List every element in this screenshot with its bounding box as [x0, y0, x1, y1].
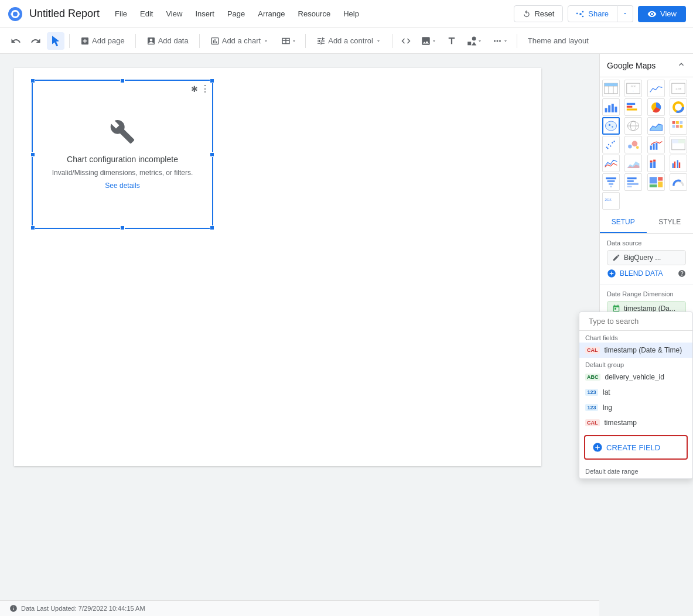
default-date-range-label: Default date range — [579, 464, 692, 478]
field-item-delivery[interactable]: ABC delivery_vehicle_id — [579, 369, 692, 385]
image-button[interactable] — [417, 32, 441, 50]
chart-thumb-grouped[interactable] — [670, 155, 687, 172]
chart-thumb-scatter[interactable] — [602, 136, 620, 153]
add-data-button[interactable]: Add data — [141, 33, 194, 49]
svg-rect-57 — [674, 162, 675, 168]
data-source-section: Data source BigQuery ... BLEND DATA — [600, 234, 693, 285]
chart-fields-label: Chart fields — [579, 331, 692, 343]
svg-point-39 — [610, 145, 611, 146]
help-icon[interactable] — [678, 269, 686, 278]
share-dropdown-button[interactable] — [617, 5, 633, 22]
shapes-button[interactable] — [463, 32, 486, 50]
chart-layout-button[interactable] — [277, 32, 301, 50]
add-control-button[interactable]: Add a control — [310, 33, 387, 49]
field-badge-num1: 123 — [585, 389, 598, 396]
chart-thumb-bubble[interactable] — [624, 136, 642, 153]
chart-thumb-geo[interactable] — [602, 117, 620, 135]
toolbar: Add page Add data Add a chart Add a cont… — [0, 28, 693, 54]
chart-thumb-area2[interactable] — [624, 155, 642, 172]
chart-thumb-table[interactable] — [602, 80, 620, 97]
share-button[interactable]: Share — [568, 5, 617, 22]
search-input[interactable] — [589, 317, 687, 326]
resize-handle-mr[interactable] — [210, 152, 214, 157]
chart-thumb-total[interactable]: 1,168 — [670, 80, 687, 97]
chart-thumb-scorecard[interactable]: 69.3K▲ — [624, 80, 642, 97]
field-item-timestamp-datetime[interactable]: CAL timestamp (Date & Time) — [579, 343, 692, 358]
chart-thumb-area[interactable] — [647, 117, 665, 135]
menu-edit[interactable]: Edit — [134, 7, 159, 20]
svg-rect-20 — [627, 106, 633, 108]
svg-rect-3 — [11, 13, 13, 15]
cursor-button[interactable] — [47, 32, 64, 50]
add-page-button[interactable]: Add page — [74, 33, 131, 49]
chart-thumb-treemap[interactable] — [647, 173, 665, 191]
add-chart-dropdown-icon — [263, 38, 269, 44]
chart-error-title: Chart configuration incomplete — [67, 155, 178, 164]
chart-thumb-funnel[interactable] — [602, 173, 620, 191]
resize-handle-bl[interactable] — [30, 225, 35, 230]
add-chart-button[interactable]: Add a chart — [204, 33, 275, 49]
view-button[interactable]: View — [638, 6, 686, 22]
create-field-button[interactable]: CREATE FIELD — [584, 435, 688, 460]
menu-resource[interactable]: Resource — [292, 7, 337, 20]
chart-pin-icon[interactable]: ✱ — [191, 84, 198, 94]
field-item-lat[interactable]: 123 lat — [579, 385, 692, 400]
undo-button[interactable] — [7, 32, 25, 50]
chart-widget[interactable]: ✱ ⋮ Chart configuration incomplete Inval… — [32, 80, 213, 229]
menu-arrange[interactable]: Arrange — [252, 7, 291, 20]
tab-setup[interactable]: SETUP — [600, 212, 647, 233]
menu-file[interactable]: File — [109, 7, 133, 20]
menu-view[interactable]: View — [160, 7, 188, 20]
chart-thumb-combo[interactable] — [647, 136, 665, 153]
tab-style[interactable]: STYLE — [647, 212, 694, 233]
chart-thumb-stacked[interactable] — [647, 155, 665, 172]
svg-point-45 — [636, 146, 639, 149]
field-badge-abc: ABC — [585, 374, 600, 381]
more-icon — [492, 36, 503, 46]
chart-thumb-bar3[interactable] — [624, 173, 642, 191]
svg-point-27 — [612, 126, 613, 127]
text-button[interactable] — [443, 32, 460, 50]
chart-more-icon[interactable]: ⋮ — [200, 83, 210, 94]
chart-thumb-donut[interactable] — [670, 98, 687, 116]
blend-data-row[interactable]: BLEND DATA — [607, 269, 686, 278]
panel-title: Google Maps — [607, 61, 656, 70]
chart-see-details-link[interactable]: See details — [105, 182, 139, 190]
image-icon — [421, 36, 431, 46]
chart-thumb-timeseries[interactable] — [647, 80, 665, 97]
chart-thumb-bar2[interactable] — [624, 98, 642, 116]
redo-button[interactable] — [27, 32, 45, 50]
resize-handle-tl[interactable] — [30, 78, 35, 83]
chart-thumb-extra1[interactable]: 201K — [602, 192, 620, 210]
data-source-row[interactable]: BigQuery ... — [607, 250, 686, 265]
svg-point-41 — [613, 141, 615, 142]
more-button[interactable] — [489, 32, 512, 50]
field-item-lng[interactable]: 123 lng — [579, 400, 692, 415]
svg-rect-48 — [656, 143, 657, 150]
chart-thumb-heat[interactable] — [670, 117, 687, 135]
field-name-timestamp-datetime: timestamp (Date & Time) — [605, 346, 682, 354]
chart-thumb-pie[interactable] — [647, 98, 665, 116]
resize-handle-br[interactable] — [210, 225, 214, 230]
resize-handle-tm[interactable] — [120, 78, 125, 83]
chart-thumb-line2[interactable] — [602, 155, 620, 172]
resize-handle-tr[interactable] — [210, 78, 214, 83]
code-button[interactable] — [397, 32, 415, 50]
menu-insert[interactable]: Insert — [189, 7, 220, 20]
chart-thumb-gauge[interactable] — [670, 173, 687, 191]
field-item-timestamp[interactable]: CAL timestamp — [579, 415, 692, 430]
menu-page[interactable]: Page — [221, 7, 251, 20]
chart-thumb-world-map[interactable] — [624, 117, 642, 135]
reset-button[interactable]: Reset — [514, 5, 563, 22]
resize-handle-ml[interactable] — [30, 152, 35, 157]
svg-text:▲: ▲ — [633, 90, 634, 92]
panel-collapse-icon[interactable] — [677, 60, 686, 71]
menu-help[interactable]: Help — [337, 7, 365, 20]
chart-thumb-bar[interactable] — [602, 98, 620, 116]
resize-handle-bm[interactable] — [120, 225, 125, 230]
add-chart-icon — [210, 36, 220, 46]
chart-thumb-pivot[interactable] — [670, 136, 687, 153]
theme-layout-button[interactable]: Theme and layout — [522, 33, 595, 48]
svg-rect-67 — [627, 186, 632, 187]
svg-rect-18 — [615, 107, 617, 112]
